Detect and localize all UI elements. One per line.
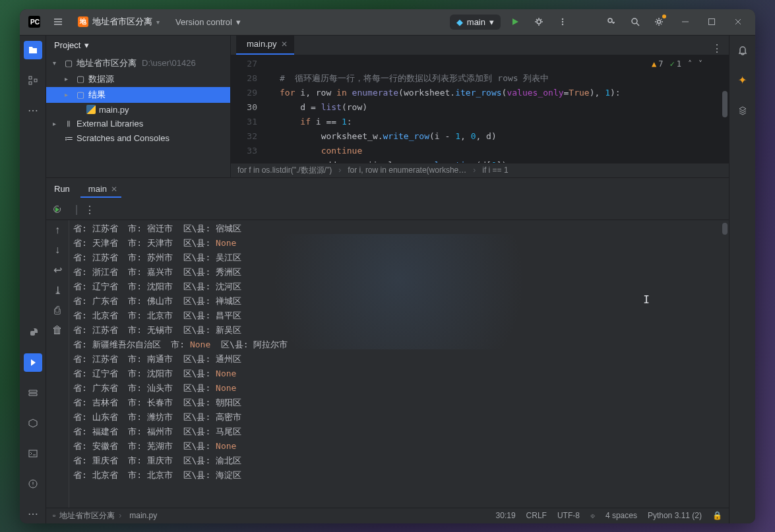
scroll-to-end-icon[interactable]: ⤓ xyxy=(53,284,62,297)
expand-icon: ▸ xyxy=(65,91,73,98)
svg-point-5 xyxy=(562,24,563,25)
vcs-dropdown[interactable]: Version control ▾ xyxy=(175,17,241,27)
console-line: 省: 福建省 市: 福州市 区\县: 马尾区 xyxy=(73,425,729,439)
down-stack-icon[interactable]: ↓ xyxy=(55,244,60,256)
editor-tabbar: main.py ✕ ⋮ xyxy=(231,36,729,55)
run-config-dropdown[interactable]: ◆ main ▾ xyxy=(450,15,501,30)
minimize-button[interactable] xyxy=(673,13,697,31)
ai-assistant-icon[interactable]: ✦ xyxy=(733,71,752,90)
scratches-icon: ≔ xyxy=(63,133,74,143)
status-interpreter[interactable]: Python 3.11 (2) xyxy=(648,511,702,520)
tree-scratches[interactable]: ≔ Scratches and Consoles xyxy=(46,131,230,145)
breadcrumb-item[interactable]: for f in os.listdir("./数据源/") xyxy=(237,165,332,176)
console-line: 省: 浙江省 市: 嘉兴市 区\县: 秀洲区 xyxy=(73,265,729,280)
maximize-button[interactable] xyxy=(700,13,724,31)
expand-icon: ▾ xyxy=(53,59,61,67)
svg-point-8 xyxy=(658,20,661,24)
code-with-me-icon[interactable] xyxy=(602,13,621,31)
code-editor[interactable]: 27 28 29 30 31 32 33 💡# 循环遍历每一行，将每一行的数据以… xyxy=(231,55,729,163)
status-encoding[interactable]: UTF-8 xyxy=(557,511,580,520)
more-icon[interactable]: ⋮ xyxy=(84,204,95,216)
more-actions-icon[interactable] xyxy=(553,13,572,31)
tree-label: 地址省市区分离 xyxy=(77,57,137,69)
hamburger-menu-icon[interactable] xyxy=(49,13,67,31)
console-line: 省: 江苏省 市: 宿迁市 区\县: 宿城区 xyxy=(73,222,729,236)
titlebar: PC 地 地址省市区分离 ▾ Version control ▾ ◆ main … xyxy=(20,9,755,36)
status-caret-pos[interactable]: 30:19 xyxy=(496,511,516,520)
structure-tool-icon[interactable] xyxy=(24,71,42,90)
project-tool-icon[interactable] xyxy=(24,41,42,59)
project-dropdown[interactable]: 地 地址省市区分离 ▾ xyxy=(73,13,165,30)
vcs-tool-icon[interactable]: ⋯ xyxy=(24,505,42,523)
console-scrollbar[interactable] xyxy=(722,223,728,235)
terminal-icon[interactable] xyxy=(24,444,42,463)
console-line: 省: 广东省 市: 佛山市 区\县: 禅城区 xyxy=(73,294,729,309)
warning-icon: ▲ xyxy=(652,59,656,69)
search-icon[interactable] xyxy=(626,13,644,31)
console-line: 省: 北京省 市: 北京市 区\县: 海淀区 xyxy=(73,468,729,483)
console-line: 省: 辽宁省 市: 沈阳市 区\县: 沈河区 xyxy=(73,280,729,294)
run-button[interactable] xyxy=(506,13,524,31)
close-button[interactable] xyxy=(726,13,750,31)
project-name: 地址省市区分离 xyxy=(92,16,152,28)
status-line-sep[interactable]: CRLF xyxy=(526,511,547,520)
run-toolbar: | ⋮ xyxy=(46,200,729,220)
svg-point-3 xyxy=(562,18,563,20)
up-stack-icon[interactable]: ↑ xyxy=(55,224,60,236)
debug-button[interactable] xyxy=(530,13,548,31)
editor: main.py ✕ ⋮ 27 28 29 30 31 32 xyxy=(231,36,729,177)
left-tool-rail: ⋯ ⋯ xyxy=(20,36,46,523)
soft-wrap-icon[interactable]: ↩ xyxy=(53,264,62,276)
next-highlight-icon[interactable]: ˅ xyxy=(698,59,702,69)
console-output[interactable]: 𝙸 省: 江苏省 市: 宿迁市 区\县: 宿城区省: 天津省 市: 天津市 区\… xyxy=(69,220,729,508)
settings-icon[interactable] xyxy=(650,13,668,31)
tree-root[interactable]: ▾ ▢ 地址省市区分离 D:\user\01426 xyxy=(46,55,230,71)
more-tools-icon[interactable]: ⋯ xyxy=(24,102,42,120)
console-line: 省: 天津省 市: 天津市 区\县: None xyxy=(73,236,729,251)
tree-folder[interactable]: ▸ ▢ 数据源 xyxy=(46,71,230,87)
close-tab-icon[interactable]: ✕ xyxy=(111,185,117,194)
packages-icon[interactable] xyxy=(24,384,42,402)
status-file[interactable]: main.py xyxy=(129,511,157,520)
svg-point-2 xyxy=(537,20,541,24)
tree-label: Scratches and Consoles xyxy=(77,133,170,143)
run-tool-icon[interactable] xyxy=(24,353,42,372)
status-indent[interactable]: 4 spaces xyxy=(605,511,637,520)
lock-icon[interactable]: 🔒 xyxy=(712,511,722,520)
prev-highlight-icon[interactable]: ˄ xyxy=(688,59,692,69)
readonly-icon[interactable]: ⟐ xyxy=(590,511,595,520)
editor-tab-menu-icon[interactable]: ⋮ xyxy=(705,42,729,55)
notifications-icon[interactable] xyxy=(733,41,752,59)
module-icon: ▫ xyxy=(53,511,55,520)
svg-rect-13 xyxy=(29,450,37,457)
problems-icon[interactable] xyxy=(24,475,42,493)
console-line: 省: 江苏省 市: 南通市 区\县: 通州区 xyxy=(73,352,729,367)
chevron-down-icon: ▾ xyxy=(236,17,241,27)
python-console-icon[interactable] xyxy=(24,323,42,341)
close-tab-icon[interactable]: ✕ xyxy=(281,40,288,49)
expand-icon: ▸ xyxy=(53,120,61,127)
pycharm-logo-icon[interactable]: PC xyxy=(25,13,44,31)
services-icon[interactable] xyxy=(24,414,42,432)
database-icon[interactable] xyxy=(733,102,752,120)
project-panel-header[interactable]: Project ▾ xyxy=(46,36,230,55)
warning-count: 7 xyxy=(658,59,663,69)
breadcrumb-item[interactable]: for i, row in enumerate(workshe… xyxy=(348,165,466,175)
folder-icon: ▢ xyxy=(75,74,86,84)
editor-inspection-widget[interactable]: ▲7 ✓1 ˄ ˅ xyxy=(652,59,702,69)
breadcrumb-item[interactable]: if i == 1 xyxy=(482,165,508,175)
tree-file[interactable]: main.py xyxy=(46,103,230,117)
run-tab[interactable]: main ✕ xyxy=(80,180,121,198)
console-line: 省: 重庆省 市: 重庆市 区\县: 渝北区 xyxy=(73,454,729,468)
tree-external-libraries[interactable]: ▸ ⫴ External Libraries xyxy=(46,117,230,131)
editor-tab[interactable]: main.py ✕ xyxy=(236,35,294,55)
expand-icon: ▸ xyxy=(65,75,73,82)
status-project[interactable]: 地址省市区分离 xyxy=(59,510,115,521)
print-icon[interactable]: ⎙ xyxy=(54,305,61,316)
code-content[interactable]: 💡# 循环遍历每一行，将每一行的数据以列表形式添加到 rows 列表中 for … xyxy=(264,55,729,163)
rerun-icon[interactable] xyxy=(53,205,62,214)
editor-scrollbar[interactable] xyxy=(721,58,728,160)
tree-folder[interactable]: ▸ ▢ 结果 xyxy=(46,87,230,103)
console-line: 省: 安徽省 市: 芜湖市 区\县: None xyxy=(73,439,729,454)
clear-icon[interactable]: 🗑 xyxy=(52,324,63,336)
